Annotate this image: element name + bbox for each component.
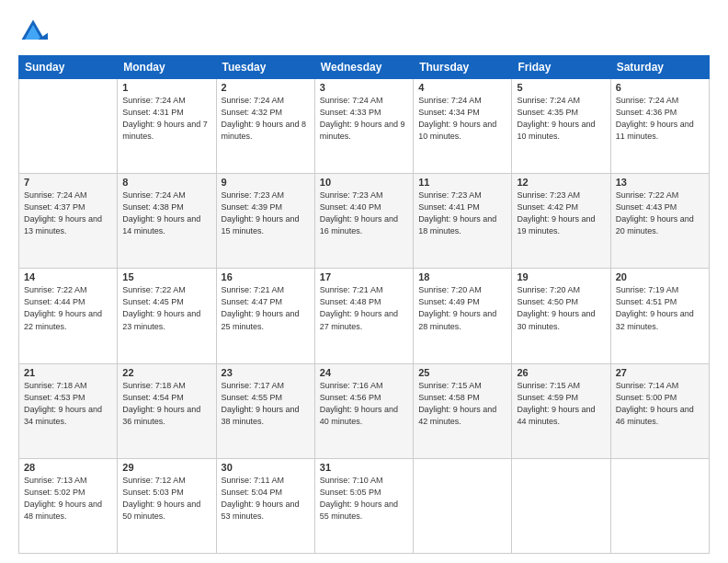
day-info: Sunrise: 7:23 AMSunset: 4:42 PMDaylight:… [517,190,605,237]
day-number: 8 [122,177,210,188]
day-number: 23 [222,367,310,378]
day-number: 28 [24,462,112,473]
day-info: Sunrise: 7:18 AMSunset: 4:53 PMDaylight:… [24,380,112,428]
day-number: 13 [616,177,704,188]
calendar-cell [512,458,610,553]
calendar-cell: 26Sunrise: 7:15 AMSunset: 4:59 PMDayligh… [512,363,610,458]
calendar-cell: 21Sunrise: 7:18 AMSunset: 4:53 PMDayligh… [19,363,118,458]
day-number: 5 [517,82,605,93]
calendar-cell: 24Sunrise: 7:16 AMSunset: 4:56 PMDayligh… [314,363,413,458]
day-info: Sunrise: 7:24 AMSunset: 4:38 PMDaylight:… [122,190,210,237]
calendar-cell: 3Sunrise: 7:24 AMSunset: 4:33 PMDaylight… [314,79,413,174]
day-number: 17 [320,271,408,282]
day-info: Sunrise: 7:24 AMSunset: 4:32 PMDaylight:… [222,95,310,143]
calendar-cell: 20Sunrise: 7:19 AMSunset: 4:51 PMDayligh… [610,269,709,363]
calendar-cell: 27Sunrise: 7:14 AMSunset: 5:00 PMDayligh… [610,363,709,458]
day-info: Sunrise: 7:19 AMSunset: 4:51 PMDaylight:… [616,284,704,332]
calendar-cell: 31Sunrise: 7:10 AMSunset: 5:05 PMDayligh… [314,458,413,553]
calendar-cell: 2Sunrise: 7:24 AMSunset: 4:32 PMDaylight… [216,79,314,174]
day-number: 21 [24,367,112,378]
calendar-col-saturday: Saturday [610,56,709,79]
day-number: 2 [222,82,310,93]
calendar-table: SundayMondayTuesdayWednesdayThursdayFrid… [18,55,710,554]
day-info: Sunrise: 7:22 AMSunset: 4:43 PMDaylight:… [616,190,704,237]
day-info: Sunrise: 7:21 AMSunset: 4:47 PMDaylight:… [222,284,310,332]
day-number: 1 [122,82,210,93]
day-info: Sunrise: 7:23 AMSunset: 4:41 PMDaylight:… [418,190,506,237]
day-number: 24 [320,367,408,378]
day-info: Sunrise: 7:24 AMSunset: 4:31 PMDaylight:… [122,95,210,143]
day-number: 15 [122,271,210,282]
day-info: Sunrise: 7:24 AMSunset: 4:34 PMDaylight:… [418,95,506,143]
calendar-cell: 7Sunrise: 7:24 AMSunset: 4:37 PMDaylight… [19,174,118,269]
calendar-col-thursday: Thursday [414,56,512,79]
day-info: Sunrise: 7:24 AMSunset: 4:37 PMDaylight:… [24,190,112,237]
calendar-cell: 25Sunrise: 7:15 AMSunset: 4:58 PMDayligh… [414,363,512,458]
day-number: 4 [418,82,506,93]
day-info: Sunrise: 7:13 AMSunset: 5:02 PMDaylight:… [24,475,112,523]
day-number: 11 [418,177,506,188]
day-info: Sunrise: 7:18 AMSunset: 4:54 PMDaylight:… [122,380,210,428]
calendar-cell [610,458,709,553]
calendar-cell: 11Sunrise: 7:23 AMSunset: 4:41 PMDayligh… [414,174,512,269]
day-info: Sunrise: 7:23 AMSunset: 4:40 PMDaylight:… [320,190,408,237]
day-info: Sunrise: 7:23 AMSunset: 4:39 PMDaylight:… [222,190,310,237]
calendar-cell [19,79,118,174]
day-info: Sunrise: 7:17 AMSunset: 4:55 PMDaylight:… [222,380,310,428]
day-number: 18 [418,271,506,282]
calendar-col-tuesday: Tuesday [216,56,314,79]
day-number: 19 [517,271,605,282]
day-info: Sunrise: 7:22 AMSunset: 4:45 PMDaylight:… [122,284,210,332]
day-number: 31 [320,462,408,473]
day-info: Sunrise: 7:22 AMSunset: 4:44 PMDaylight:… [24,284,112,332]
calendar-cell: 5Sunrise: 7:24 AMSunset: 4:35 PMDaylight… [512,79,610,174]
day-info: Sunrise: 7:20 AMSunset: 4:49 PMDaylight:… [418,284,506,332]
day-number: 16 [222,271,310,282]
day-info: Sunrise: 7:24 AMSunset: 4:35 PMDaylight:… [517,95,605,143]
calendar-cell: 15Sunrise: 7:22 AMSunset: 4:45 PMDayligh… [118,269,216,363]
day-info: Sunrise: 7:15 AMSunset: 4:59 PMDaylight:… [517,380,605,428]
day-number: 20 [616,271,704,282]
day-number: 14 [24,271,112,282]
logo [18,17,51,46]
day-info: Sunrise: 7:12 AMSunset: 5:03 PMDaylight:… [122,475,210,523]
calendar-cell: 12Sunrise: 7:23 AMSunset: 4:42 PMDayligh… [512,174,610,269]
day-info: Sunrise: 7:24 AMSunset: 4:36 PMDaylight:… [616,95,704,143]
calendar-cell: 18Sunrise: 7:20 AMSunset: 4:49 PMDayligh… [414,269,512,363]
calendar-col-wednesday: Wednesday [314,56,413,79]
day-info: Sunrise: 7:16 AMSunset: 4:56 PMDaylight:… [320,380,408,428]
logo-icon [18,17,48,46]
calendar-week-row: 21Sunrise: 7:18 AMSunset: 4:53 PMDayligh… [19,363,710,458]
day-number: 10 [320,177,408,188]
page: SundayMondayTuesdayWednesdayThursdayFrid… [0,0,728,563]
day-number: 30 [222,462,310,473]
day-number: 22 [122,367,210,378]
calendar-col-sunday: Sunday [19,56,118,79]
calendar-header-row: SundayMondayTuesdayWednesdayThursdayFrid… [19,56,710,79]
day-info: Sunrise: 7:11 AMSunset: 5:04 PMDaylight:… [222,475,310,523]
day-info: Sunrise: 7:24 AMSunset: 4:33 PMDaylight:… [320,95,408,143]
calendar-cell: 23Sunrise: 7:17 AMSunset: 4:55 PMDayligh… [216,363,314,458]
calendar-week-row: 28Sunrise: 7:13 AMSunset: 5:02 PMDayligh… [19,458,710,553]
day-number: 3 [320,82,408,93]
day-info: Sunrise: 7:15 AMSunset: 4:58 PMDaylight:… [418,380,506,428]
calendar-week-row: 7Sunrise: 7:24 AMSunset: 4:37 PMDaylight… [19,174,710,269]
day-number: 6 [616,82,704,93]
calendar-week-row: 14Sunrise: 7:22 AMSunset: 4:44 PMDayligh… [19,269,710,363]
calendar-cell: 13Sunrise: 7:22 AMSunset: 4:43 PMDayligh… [610,174,709,269]
calendar-cell: 6Sunrise: 7:24 AMSunset: 4:36 PMDaylight… [610,79,709,174]
day-number: 26 [517,367,605,378]
day-number: 25 [418,367,506,378]
day-number: 7 [24,177,112,188]
calendar-cell: 16Sunrise: 7:21 AMSunset: 4:47 PMDayligh… [216,269,314,363]
calendar-cell: 1Sunrise: 7:24 AMSunset: 4:31 PMDaylight… [118,79,216,174]
calendar-cell [414,458,512,553]
calendar-col-friday: Friday [512,56,610,79]
calendar-cell: 30Sunrise: 7:11 AMSunset: 5:04 PMDayligh… [216,458,314,553]
day-number: 12 [517,177,605,188]
calendar-cell: 29Sunrise: 7:12 AMSunset: 5:03 PMDayligh… [118,458,216,553]
day-info: Sunrise: 7:20 AMSunset: 4:50 PMDaylight:… [517,284,605,332]
day-info: Sunrise: 7:10 AMSunset: 5:05 PMDaylight:… [320,475,408,523]
calendar-cell: 19Sunrise: 7:20 AMSunset: 4:50 PMDayligh… [512,269,610,363]
calendar-cell: 8Sunrise: 7:24 AMSunset: 4:38 PMDaylight… [118,174,216,269]
